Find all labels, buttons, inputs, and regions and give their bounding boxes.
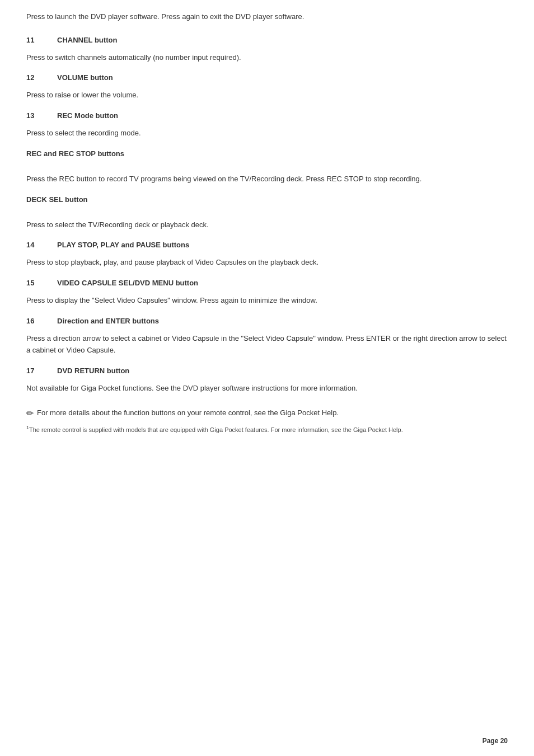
section-title: REC Mode button: [57, 111, 118, 120]
note-text: For more details about the function butt…: [37, 407, 339, 419]
section-item: DECK SEL buttonPress to select the TV/Re…: [26, 195, 508, 231]
section-body: Press to select the TV/Recording deck or…: [26, 219, 508, 231]
section-body: Press to switch channels automatically (…: [26, 52, 508, 64]
section-header: REC and REC STOP buttons: [26, 149, 508, 166]
section-title: DECK SEL button: [26, 195, 88, 204]
section-header: 15VIDEO CAPSULE SEL/DVD MENU button: [26, 279, 508, 287]
note-box: ✏ For more details about the function bu…: [26, 407, 508, 419]
section-header: DECK SEL button: [26, 195, 508, 212]
section-body: Press to raise or lower the volume.: [26, 90, 508, 101]
section-body: Not available for Giga Pocket functions.…: [26, 383, 508, 395]
section-title: Direction and ENTER buttons: [57, 317, 159, 325]
section-item: 14PLAY STOP, PLAY and PAUSE buttonsPress…: [26, 241, 508, 269]
section-header: 12VOLUME button: [26, 73, 508, 82]
section-item: 13REC Mode buttonPress to select the rec…: [26, 111, 508, 139]
section-item: 16Direction and ENTER buttonsPress a dir…: [26, 317, 508, 356]
section-body: Press to select the recording mode.: [26, 128, 508, 139]
section-header: 13REC Mode button: [26, 111, 508, 120]
footnote: 1The remote control is supplied with mod…: [26, 424, 508, 434]
section-header: 11CHANNEL button: [26, 36, 508, 44]
footnote-text: The remote control is supplied with mode…: [29, 426, 403, 433]
section-title: DVD RETURN button: [57, 367, 129, 375]
section-item: 12VOLUME buttonPress to raise or lower t…: [26, 73, 508, 101]
section-number: 17: [26, 367, 57, 375]
section-item: 17DVD RETURN buttonNot available for Gig…: [26, 367, 508, 395]
section-number: 15: [26, 279, 57, 287]
section-number: 13: [26, 111, 57, 120]
section-item: 15VIDEO CAPSULE SEL/DVD MENU buttonPress…: [26, 279, 508, 307]
section-body: Press a direction arrow to select a cabi…: [26, 333, 508, 356]
section-title: REC and REC STOP buttons: [26, 149, 124, 158]
section-item: REC and REC STOP buttonsPress the REC bu…: [26, 149, 508, 185]
section-item: 11CHANNEL buttonPress to switch channels…: [26, 36, 508, 64]
section-header: 14PLAY STOP, PLAY and PAUSE buttons: [26, 241, 508, 249]
section-title: PLAY STOP, PLAY and PAUSE buttons: [57, 241, 189, 249]
section-number: 11: [26, 36, 57, 44]
section-body: Press to stop playback, play, and pause …: [26, 257, 508, 269]
section-header: 17DVD RETURN button: [26, 367, 508, 375]
section-number: 14: [26, 241, 57, 249]
section-title: VIDEO CAPSULE SEL/DVD MENU button: [57, 279, 198, 287]
section-title: CHANNEL button: [57, 36, 117, 44]
section-number: 12: [26, 73, 57, 82]
section-header: 16Direction and ENTER buttons: [26, 317, 508, 325]
section-body: Press to display the "Select Video Capsu…: [26, 295, 508, 307]
page-number: Page 20: [483, 737, 508, 745]
note-icon: ✏: [26, 408, 34, 419]
intro-text: Press to launch the DVD player software.…: [26, 11, 508, 22]
section-title: VOLUME button: [57, 73, 113, 82]
section-body: Press the REC button to record TV progra…: [26, 173, 508, 185]
section-number: 16: [26, 317, 57, 325]
